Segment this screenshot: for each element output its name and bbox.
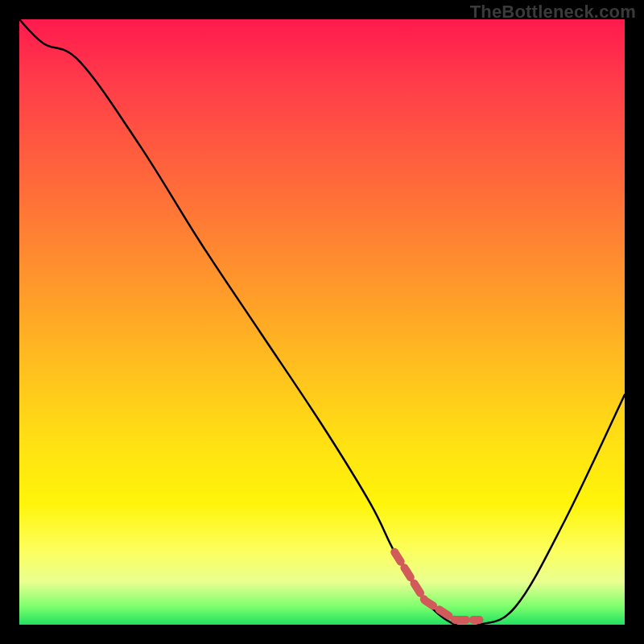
watermark-text: TheBottleneck.com xyxy=(470,2,636,23)
chart-frame: TheBottleneck.com xyxy=(0,0,644,644)
chart-svg xyxy=(19,19,625,625)
bottleneck-curve xyxy=(19,19,625,625)
plot-area xyxy=(19,19,625,625)
minimum-highlight xyxy=(394,552,479,620)
